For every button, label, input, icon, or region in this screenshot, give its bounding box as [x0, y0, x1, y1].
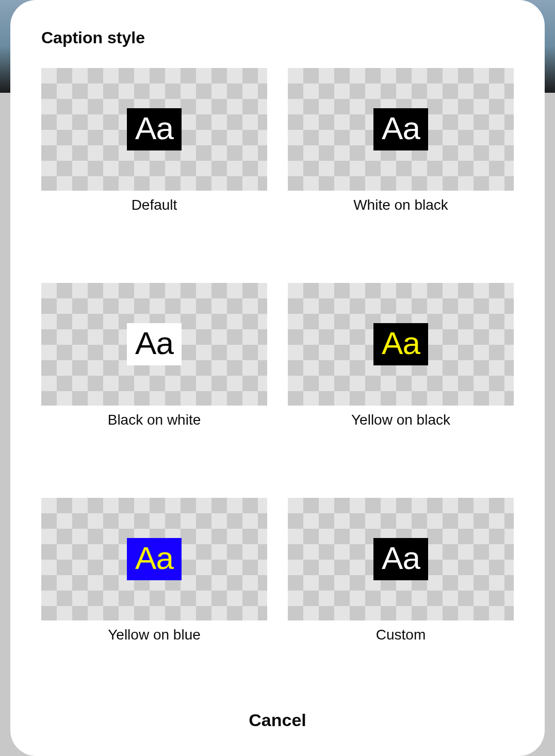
- option-default[interactable]: Aa Default: [41, 68, 267, 247]
- option-label: Yellow on blue: [108, 627, 201, 643]
- option-white-on-black[interactable]: Aa White on black: [288, 68, 514, 247]
- options-grid: Aa Default Aa White on black Aa Black on…: [41, 68, 514, 677]
- sample-text: Aa: [382, 542, 420, 574]
- sample-text: Aa: [135, 112, 173, 144]
- dialog-title: Caption style: [41, 28, 514, 47]
- option-custom[interactable]: Aa Custom: [288, 498, 514, 677]
- preview-custom: Aa: [288, 498, 514, 620]
- option-label: White on black: [353, 197, 448, 213]
- caption-style-dialog: Caption style Aa Default Aa White on bla…: [10, 0, 545, 756]
- option-label: Custom: [376, 627, 426, 643]
- sample-text: Aa: [135, 542, 173, 574]
- sample-box-white-on-black: Aa: [373, 108, 428, 150]
- sample-box-black-on-white: Aa: [127, 323, 182, 365]
- sample-box-default: Aa: [127, 108, 182, 150]
- preview-default: Aa: [41, 68, 267, 191]
- option-yellow-on-black[interactable]: Aa Yellow on black: [288, 283, 514, 462]
- sample-box-custom: Aa: [373, 538, 428, 580]
- option-label: Black on white: [108, 412, 201, 428]
- preview-black-on-white: Aa: [41, 283, 267, 406]
- option-black-on-white[interactable]: Aa Black on white: [41, 283, 267, 462]
- option-label: Default: [132, 197, 177, 213]
- cancel-button[interactable]: Cancel: [41, 702, 514, 735]
- option-yellow-on-blue[interactable]: Aa Yellow on blue: [41, 498, 267, 677]
- preview-yellow-on-black: Aa: [288, 283, 514, 406]
- option-label: Yellow on black: [351, 412, 450, 428]
- sample-text: Aa: [382, 327, 420, 359]
- sample-box-yellow-on-black: Aa: [373, 323, 428, 365]
- preview-white-on-black: Aa: [288, 68, 514, 191]
- sample-box-yellow-on-blue: Aa: [127, 538, 182, 580]
- sample-text: Aa: [382, 112, 420, 144]
- preview-yellow-on-blue: Aa: [41, 498, 267, 620]
- sample-text: Aa: [135, 327, 173, 359]
